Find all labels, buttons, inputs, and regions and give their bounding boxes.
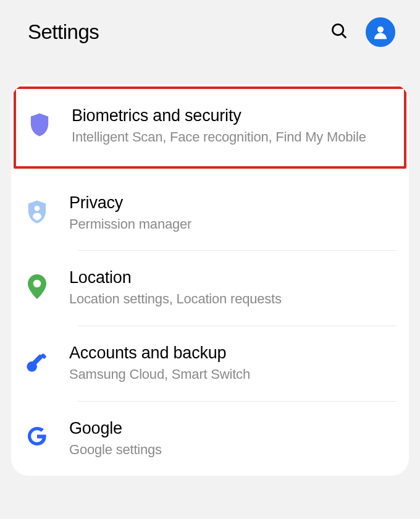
item-google[interactable]: Google Google settings	[11, 402, 409, 476]
location-pin-icon	[22, 268, 52, 299]
svg-point-0	[332, 24, 343, 35]
shield-icon	[25, 106, 54, 137]
item-subtitle: Intelligent Scan, Face recognition, Find…	[72, 128, 392, 146]
svg-point-2	[377, 27, 384, 33]
highlight-callout: Biometrics and security Intelligent Scan…	[14, 86, 406, 169]
svg-point-4	[33, 280, 41, 288]
item-text: Google Google settings	[69, 419, 397, 459]
header-actions	[330, 17, 395, 47]
item-text: Privacy Permission manager	[69, 193, 397, 234]
page-title: Settings	[28, 20, 99, 44]
item-title: Google	[69, 419, 397, 438]
search-icon	[330, 22, 348, 40]
account-button[interactable]	[366, 17, 395, 47]
item-subtitle: Location settings, Location requests	[69, 290, 397, 308]
item-location[interactable]: Location Location settings, Location req…	[11, 251, 409, 326]
item-title: Biometrics and security	[72, 106, 392, 125]
item-privacy[interactable]: Privacy Permission manager	[11, 176, 409, 251]
svg-point-3	[35, 206, 40, 211]
person-icon	[371, 23, 390, 41]
key-icon	[22, 344, 52, 373]
item-text: Location Location settings, Location req…	[69, 268, 397, 308]
item-text: Biometrics and security Intelligent Scan…	[72, 106, 392, 146]
google-g-icon	[22, 419, 52, 447]
search-button[interactable]	[330, 22, 348, 43]
item-title: Location	[69, 268, 397, 287]
privacy-shield-icon	[22, 193, 52, 224]
item-subtitle: Google settings	[69, 441, 397, 459]
item-title: Privacy	[69, 193, 397, 213]
item-biometrics-security[interactable]: Biometrics and security Intelligent Scan…	[16, 89, 404, 166]
item-subtitle: Samsung Cloud, Smart Switch	[69, 365, 397, 384]
item-accounts-backup[interactable]: Accounts and backup Samsung Cloud, Smart…	[11, 326, 409, 401]
item-subtitle: Permission manager	[69, 215, 397, 234]
svg-line-1	[342, 34, 346, 38]
item-text: Accounts and backup Samsung Cloud, Smart…	[69, 344, 397, 384]
settings-list: Biometrics and security Intelligent Scan…	[11, 84, 409, 476]
header: Settings	[0, 0, 420, 84]
item-title: Accounts and backup	[69, 344, 397, 363]
